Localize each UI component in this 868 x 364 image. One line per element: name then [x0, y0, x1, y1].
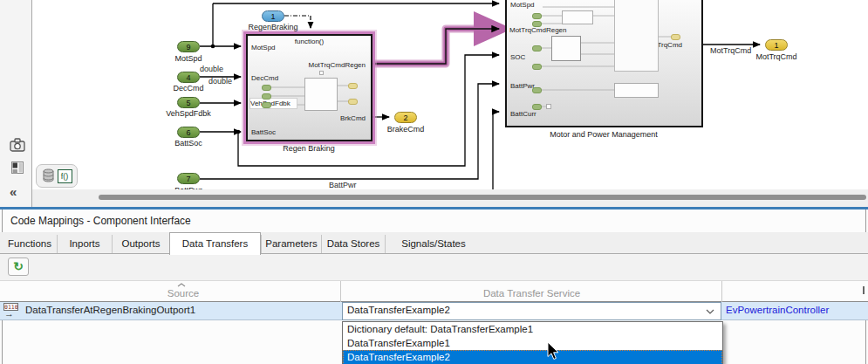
dropdown-item-example2-highlighted[interactable]: DataTransferExample2: [343, 350, 722, 364]
inport-battsoc-label: BattSoc: [162, 139, 215, 148]
content-preview: [532, 13, 542, 19]
content-preview: [546, 104, 551, 109]
inport-regenbraking-label: RegenBraking: [247, 23, 299, 31]
content-preview: [319, 71, 324, 75]
tab-data-transfers[interactable]: Data Transfers: [169, 232, 261, 255]
function-badge-icon: f(): [58, 169, 72, 183]
service-dropdown-popup: Dictionary default: DataTransferExample1…: [342, 321, 723, 364]
content-preview: [262, 93, 271, 100]
content-preview: [532, 45, 542, 52]
data-dictionary-icon: [42, 168, 55, 183]
signal-wires: [0, 0, 868, 189]
signal-type-label: double: [208, 77, 232, 86]
content-preview: [348, 99, 358, 105]
regen-outport-label: MotTrqCmdRegen: [308, 61, 366, 69]
column-separator: [340, 281, 341, 302]
inport-regenbraking[interactable]: 1: [262, 10, 284, 22]
inport-deccmd-label: DecCmd: [162, 84, 215, 93]
tab-functions[interactable]: Functions: [3, 235, 57, 253]
inport-deccmd[interactable]: 4: [177, 72, 200, 83]
tab-inports[interactable]: Inports: [57, 235, 112, 253]
content-preview: [262, 102, 271, 108]
panel-title: Code Mappings - Component Interface: [10, 215, 191, 227]
motor-inport-label: MotSpd: [510, 1, 535, 9]
code-mappings-panel: Code Mappings - Component Interface Func…: [0, 207, 868, 364]
panel-accent-border: [0, 207, 868, 209]
inport-vehspdfdbk-label: VehSpdFdbk: [162, 109, 215, 118]
motor-power-subsystem[interactable]: MotSpd MotTrqCmdRegen SOC BattPwr BattCu…: [505, 0, 703, 127]
dropdown-item-example1[interactable]: DataTransferExample1: [343, 336, 722, 350]
motor-block-title: Motor and Power Management: [543, 130, 665, 139]
content-preview: [614, 0, 659, 72]
table-header-row: Source Data Transfer Service: [0, 281, 868, 302]
horizontal-scrollbar-thumb[interactable]: [99, 195, 866, 200]
content-preview: [532, 21, 542, 27]
column-separator: [721, 281, 722, 302]
inport-motspd[interactable]: 9: [177, 41, 200, 52]
inport-motspd-label: MotSpd: [162, 54, 215, 63]
mouse-cursor: [547, 342, 560, 361]
regen-inport-label: DecCmd: [251, 74, 278, 82]
outport-mottrqcmd[interactable]: 1: [765, 39, 788, 51]
signal-name-label: MotTrqCmd: [710, 46, 751, 55]
motor-inport-label: SOC: [510, 53, 525, 61]
clipped-column-header: [863, 286, 865, 294]
content-preview: [532, 104, 542, 110]
chevron-down-icon: [706, 309, 714, 314]
content-preview: [562, 10, 593, 24]
regen-block-title: Regen Braking: [256, 144, 361, 153]
refresh-button[interactable]: ↻: [8, 258, 29, 276]
motor-inport-label: BattCurr: [510, 110, 537, 118]
simulink-window: function() MotSpd DecCmd VehSpdFdbk Batt…: [0, 0, 868, 364]
combobox-selected-value: DataTransferExample2: [347, 305, 450, 315]
collapse-sidebar-icon[interactable]: «: [10, 184, 17, 199]
canvas-badge-group[interactable]: f(): [36, 164, 78, 188]
tab-signals-states[interactable]: Signals/States: [385, 235, 482, 253]
motor-inport-label: BattPwr: [510, 82, 535, 90]
content-preview: [262, 85, 271, 91]
content-preview: [671, 34, 680, 40]
regen-inport-label: MotSpd: [251, 44, 276, 52]
screenshot-camera-icon[interactable]: [10, 138, 25, 152]
data-transfer-icon: 0110 →: [3, 303, 20, 319]
regen-inport-label: BattSoc: [251, 128, 276, 136]
viewmarks-icon[interactable]: [11, 161, 24, 175]
component-name-link[interactable]: EvPowertrainController: [726, 305, 829, 315]
content-preview: [304, 78, 338, 111]
panel-toolbar: ↻: [0, 254, 868, 281]
sort-ascending-icon[interactable]: [177, 283, 186, 287]
inport-battsoc[interactable]: 6: [177, 127, 200, 138]
data-transfer-service-combobox[interactable]: DataTransferExample2: [342, 302, 721, 320]
tab-outports[interactable]: Outports: [112, 235, 169, 253]
column-header-source[interactable]: Source: [26, 288, 340, 299]
trigger-port-label: function(): [295, 38, 324, 45]
tab-bar: Functions Inports Outports Data Transfer…: [0, 232, 868, 254]
inport-battpwr[interactable]: 7: [177, 173, 200, 184]
outport-mottrqcmd-label: MotTrqCmd: [750, 52, 803, 61]
content-preview: [614, 83, 659, 98]
signal-name-label: BattPwr: [329, 181, 357, 189]
content-preview: [532, 87, 542, 93]
motor-inport-label: MotTrqCmdRegen: [509, 26, 567, 34]
tab-data-stores[interactable]: Data Stores: [321, 235, 385, 253]
regen-outport-label: BrkCmd: [340, 114, 366, 122]
tab-parameters[interactable]: Parameters: [261, 235, 321, 253]
content-preview: [348, 83, 358, 89]
palette-sidebar: «: [0, 0, 32, 207]
inport-vehspdfdbk[interactable]: 5: [177, 97, 200, 108]
content-preview: [532, 64, 542, 70]
outport-brakecmd-label: BrakeCmd: [379, 125, 432, 134]
signal-type-label: double: [200, 65, 223, 73]
content-preview: [551, 36, 581, 61]
model-canvas[interactable]: function() MotSpd DecCmd VehSpdFdbk Batt…: [0, 0, 868, 189]
column-header-service[interactable]: Data Transfer Service: [342, 288, 721, 299]
dropdown-item-dictionary-default[interactable]: Dictionary default: DataTransferExample1: [343, 322, 722, 336]
regen-braking-subsystem[interactable]: function() MotSpd DecCmd VehSpdFdbk Batt…: [246, 34, 372, 141]
outport-brakecmd[interactable]: 2: [394, 112, 417, 123]
row-source-name: DataTransferAtRegenBrakingOutport1: [25, 305, 195, 315]
